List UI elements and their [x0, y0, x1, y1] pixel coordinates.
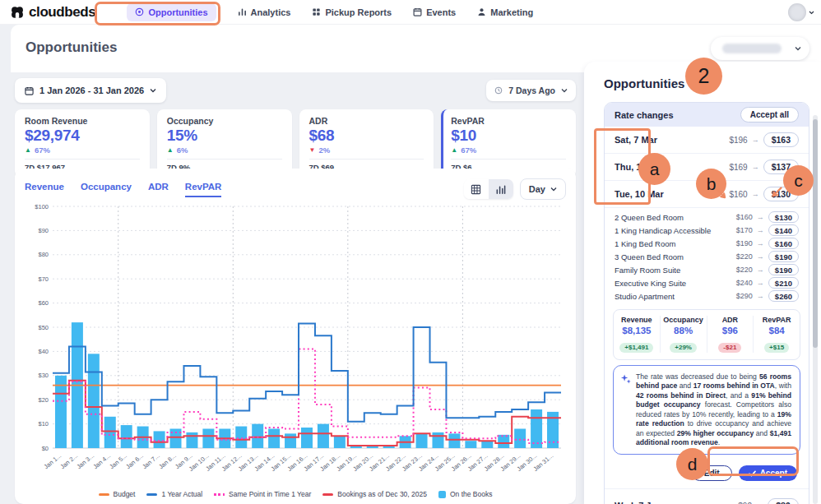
bar-on-the-books — [416, 433, 428, 448]
arrow-right-icon: → — [757, 213, 764, 221]
arrow-up-icon: ▲ — [25, 146, 31, 154]
calendar-icon — [25, 86, 34, 95]
new-rate-pill[interactable]: $160 — [768, 238, 799, 249]
brand-logo[interactable]: cloudbeds — [10, 4, 95, 21]
bar-on-the-books — [154, 431, 165, 448]
new-rate-pill[interactable]: $130 — [768, 211, 799, 223]
room-rate-row[interactable]: Family Room Suite$220→$190 — [605, 263, 809, 276]
room-rate-row[interactable]: 1 King Handicap Accessible$170→$140 — [605, 224, 809, 237]
nav-item-label: Pickup Reports — [325, 7, 392, 17]
old-rate: $196 — [729, 136, 747, 145]
svg-text:$10: $10 — [38, 420, 49, 428]
bar-on-the-books — [104, 417, 116, 448]
rate-change-row[interactable]: Wed, 7 Jan $92 → $89 — [605, 488, 809, 504]
arrow-down-icon: ▼ — [309, 146, 316, 154]
legend-label: On the Books — [450, 490, 493, 498]
old-rate: $169 — [729, 163, 747, 172]
accept-all-button[interactable]: Accept all — [740, 107, 799, 123]
new-rate-pill[interactable]: $163 — [763, 132, 799, 147]
nav-item-events[interactable]: Events — [413, 7, 456, 17]
tab-occupancy[interactable]: Occupancy — [81, 182, 132, 197]
metric-value: $96 — [707, 326, 754, 335]
svg-text:Jan 1...: Jan 1... — [43, 452, 63, 471]
avatar[interactable] — [788, 3, 806, 21]
user-menu[interactable] — [788, 3, 814, 21]
divider — [451, 159, 566, 160]
compare-period-selector[interactable]: 7 Days Ago — [486, 80, 576, 101]
room-rate-price: $220→$190 — [736, 251, 799, 262]
rate-change-date: Wed, 7 Jan — [615, 501, 661, 504]
table-view-button[interactable] — [464, 179, 489, 199]
legend-label: 1 Year Actual — [161, 490, 202, 498]
arrow-right-icon: → — [757, 226, 764, 234]
svg-text:$40: $40 — [38, 348, 49, 355]
tab-adr[interactable]: ADR — [148, 182, 169, 197]
legend-item-same-point-in-time-1-year: Same Point in Time 1 Year — [214, 490, 311, 498]
granularity-selector[interactable]: Day — [520, 178, 566, 200]
svg-text:Jan 5...: Jan 5... — [108, 452, 128, 471]
room-rate-row[interactable]: 3 Queen Bed Room$220→$190 — [605, 250, 809, 263]
grid-icon — [312, 7, 321, 16]
revpar-chart[interactable]: $0$10$20$30$40$50$60$70$80$90$100Jan 1..… — [25, 201, 566, 488]
nav-item-analytics[interactable]: Analytics — [238, 7, 291, 17]
new-rate-pill[interactable]: $260 — [768, 290, 799, 302]
legend-swatch — [438, 491, 446, 498]
room-rate-row[interactable]: Studio Apartment$290→$260 — [605, 289, 809, 303]
metric-occupancy: Occupancy88%+29% — [660, 316, 707, 353]
series-1-year-actual — [53, 324, 561, 422]
chart-view-button[interactable] — [489, 179, 513, 199]
room-rate-row[interactable]: 2 Queen Bed Room$160→$130 — [605, 210, 809, 224]
svg-text:Jan 3...: Jan 3... — [75, 452, 95, 471]
svg-text:$30: $30 — [38, 372, 49, 379]
new-rate-pill[interactable]: $190 — [768, 264, 799, 275]
chevron-down-icon — [150, 88, 156, 93]
metric-value: $84 — [754, 326, 800, 335]
old-rate: $160 — [729, 190, 747, 199]
view-toggle — [464, 179, 513, 199]
kpi-card-adr[interactable]: ADR$68▼2%7D $69 — [299, 109, 434, 178]
chart-card: RevenueOccupancyADRRevPAR Day — [15, 169, 576, 504]
kpi-delta: ▲67% — [451, 146, 566, 155]
property-selector[interactable] — [711, 37, 809, 60]
chevron-down-icon — [550, 187, 557, 192]
bar-on-the-books — [531, 409, 542, 448]
bar-on-the-books — [498, 435, 509, 448]
left-gutter — [0, 25, 11, 72]
analytics-icon — [238, 7, 247, 16]
tab-revenue[interactable]: Revenue — [25, 182, 64, 197]
arrow-right-icon: → — [757, 292, 764, 300]
legend-item-bookings-as-of-dec-30-2025: Bookings as of Dec 30, 2025 — [322, 490, 427, 498]
bar-on-the-books — [514, 428, 526, 448]
tab-revpar[interactable]: RevPAR — [185, 182, 222, 197]
date-range-picker[interactable]: 1 Jan 2026 - 31 Jan 2026 — [15, 78, 166, 103]
annotation-label-d: d — [676, 448, 708, 480]
kpi-label: Room Revenue — [25, 116, 140, 126]
room-rate-row[interactable]: Executive King Suite$240→$210 — [605, 276, 809, 289]
annotation-label-c: c — [783, 165, 814, 196]
rate-changes-title: Rate changes — [615, 110, 674, 120]
svg-text:Jan 4...: Jan 4... — [91, 452, 112, 471]
kpi-cards: Room Revenue$29,974▲67%7D $17,967Occupan… — [15, 109, 576, 178]
new-rate-pill[interactable]: $190 — [768, 251, 799, 262]
new-rate-pill[interactable]: $140 — [768, 224, 799, 236]
nav-item-marketing[interactable]: Marketing — [477, 7, 533, 17]
kpi-card-revpar[interactable]: RevPAR$10▲67%7D $6 — [441, 109, 576, 178]
room-type-name: Executive King Suite — [615, 279, 686, 288]
new-rate-pill[interactable]: $210 — [768, 277, 799, 289]
bar-on-the-books — [318, 424, 329, 448]
bar-on-the-books — [465, 441, 476, 448]
legend-swatch — [146, 493, 157, 496]
svg-text:$20: $20 — [38, 396, 49, 404]
svg-text:$100: $100 — [35, 203, 49, 210]
kpi-card-room-revenue[interactable]: Room Revenue$29,974▲67%7D $17,967 — [15, 109, 150, 178]
room-rate-price: $170→$140 — [736, 224, 799, 236]
kpi-delta: ▼2% — [309, 146, 424, 155]
kpi-card-occupancy[interactable]: Occupancy15%▲6%7D 9% — [157, 109, 292, 178]
panel-scrollbar-thumb[interactable] — [813, 119, 818, 348]
arrow-up-icon: ▲ — [167, 146, 174, 154]
metric-adr: ADR$96-$21 — [707, 316, 754, 353]
room-rate-row[interactable]: 1 King Bed Room$190→$160 — [605, 237, 809, 250]
nav-item-pickup-reports[interactable]: Pickup Reports — [312, 7, 392, 17]
legend-swatch — [99, 493, 109, 496]
svg-text:Jan 8...: Jan 8... — [157, 452, 178, 471]
